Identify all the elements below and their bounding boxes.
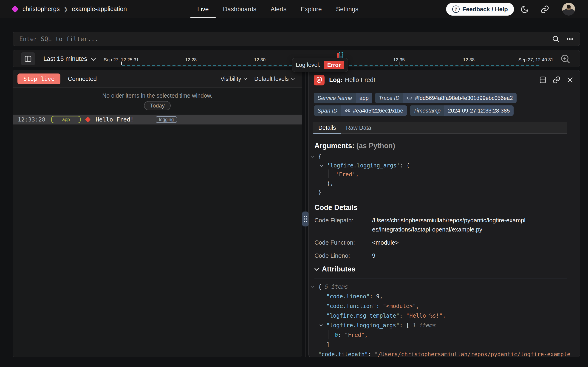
service-tag[interactable]: app [51, 116, 81, 123]
code-filepath-value: /Users/christophersamiullah/repos/pydant… [372, 216, 528, 234]
live-view-header: Stop live Connected Visibility Default l… [13, 70, 302, 88]
nav-tab-alerts[interactable]: Alerts [264, 0, 294, 18]
feedback-help-label: Feedback / Help [462, 6, 508, 13]
arguments-heading: Arguments: (as Python) [315, 142, 395, 150]
tooltip-label: Log level: [296, 62, 320, 68]
tooltip-error-badge: Error [324, 61, 345, 69]
close-icon[interactable] [566, 76, 574, 83]
chevron-down-icon [243, 76, 247, 80]
attributes-json-tree[interactable]: { 5 items"code.lineno": 9,"code.function… [315, 282, 579, 357]
code-function-row: Code Function: <module> [315, 238, 576, 247]
code-line: 0: "Fred", [315, 330, 579, 340]
collapse-chevron-icon[interactable] [311, 284, 315, 288]
code-line: "logfire.msg_template": "Hello %s!", [315, 311, 579, 321]
detail-tab-raw-data[interactable]: Raw Data [341, 122, 376, 133]
nav-tab-settings[interactable]: Settings [329, 0, 366, 18]
metadata-badges: Service Name app Trace ID #fdd5694a8fa98… [314, 93, 569, 116]
service-name-badge: Service Name app [314, 93, 372, 103]
today-button[interactable]: Today [144, 101, 171, 110]
detail-actions [539, 70, 574, 90]
code-lineno-value: 9 [372, 251, 528, 260]
detail-title-text: Hello Fred! [345, 76, 375, 83]
code-lineno-label: Code Lineno: [315, 251, 372, 260]
code-line: "code.function": "<module>", [315, 301, 579, 311]
log-row-message: Hello Fred! [96, 116, 134, 123]
code-filepath-label: Code Filepath: [315, 216, 372, 234]
code-details-heading: Code Details [315, 203, 358, 212]
code-function-value: <module> [372, 238, 528, 247]
code-line: { 5 items [315, 282, 579, 292]
code-line: ] [315, 340, 579, 350]
collapse-chevron-icon[interactable] [311, 154, 315, 158]
detail-tab-details[interactable]: Details [313, 122, 341, 133]
badge-value: #fdd5694a8fa98eb4e301d99ebc056ea2 [403, 93, 517, 103]
visibility-dropdown[interactable]: Visibility [221, 75, 246, 82]
log-detail-panel: Log:Hello Fred! Service Name app Tra [308, 70, 580, 357]
logfire-app: christophergs ❯ example-application Live… [0, 0, 588, 367]
visibility-label: Visibility [221, 75, 241, 82]
code-line: 'logfire.logging_args': ( [315, 161, 410, 170]
copy-link-icon[interactable] [553, 76, 560, 84]
code-line: "logfire.logging_args": [ 1 items [315, 321, 579, 330]
feedback-help-button[interactable]: ? Feedback / Help [446, 3, 514, 16]
nav-tab-live[interactable]: Live [190, 0, 216, 18]
badge-label: Trace ID [375, 93, 403, 103]
attributes-section-toggle[interactable]: Attributes [315, 265, 355, 273]
empty-window-message: No older items in the selected time wind… [13, 92, 302, 99]
timeline-tick [191, 62, 191, 65]
logfire-logo-icon[interactable] [11, 5, 19, 13]
breadcrumb-org[interactable]: christophergs [23, 6, 60, 13]
dark-mode-moon-icon[interactable] [520, 5, 529, 14]
split-view-icon[interactable] [539, 76, 547, 84]
code-line: 'Fred', [315, 170, 410, 179]
default-levels-label: Default levels [254, 75, 289, 82]
code-filepath-row: Code Filepath: /Users/christophersamiull… [315, 216, 576, 234]
trace-id-badge[interactable]: Trace ID #fdd5694a8fa98eb4e301d99ebc056e… [375, 93, 517, 103]
top-nav: christophergs ❯ example-application Live… [0, 0, 588, 18]
span-id-badge[interactable]: Span ID #ea4d5f226ec151be [314, 105, 407, 116]
splitter-drag-handle[interactable] [302, 211, 308, 226]
collapse-chevron-icon[interactable] [320, 323, 323, 326]
divider [315, 279, 567, 279]
sql-filter-bar [13, 32, 580, 46]
detail-title-prefix: Log: [329, 76, 342, 83]
code-line: } [315, 188, 410, 197]
trace-link-icon [407, 95, 413, 101]
code-function-label: Code Function: [315, 238, 372, 247]
code-line: { [315, 152, 410, 161]
arguments-python-tree[interactable]: {'logfire.logging_args': ('Fred',),} [315, 152, 410, 197]
main-nav: LiveDashboardsAlertsExploreSettings [190, 0, 365, 18]
log-row-time: 12:33:28 [18, 116, 45, 123]
scope-tag[interactable]: logging [156, 116, 177, 123]
log-row[interactable]: 12:33:28 app Hello Fred! logging [13, 115, 302, 125]
sql-filter-input[interactable] [13, 36, 552, 42]
timeline-tick [469, 62, 469, 65]
timeline-tick [121, 62, 122, 65]
timestamp-badge: Timestamp 2024-09-27 12:33:28.385 [410, 105, 513, 116]
question-circle-icon: ? [452, 6, 460, 13]
default-levels-dropdown[interactable]: Default levels [254, 75, 294, 82]
code-details-rows: Code Filepath: /Users/christophersamiull… [315, 216, 576, 264]
nav-tab-explore[interactable]: Explore [294, 0, 329, 18]
search-icon[interactable] [552, 35, 560, 43]
error-shield-icon [314, 75, 324, 85]
nav-tab-dashboards[interactable]: Dashboards [216, 0, 264, 18]
more-options-ellipsis-icon[interactable] [566, 35, 574, 43]
badge-value: #ea4d5f226ec151be [341, 105, 407, 116]
code-line: "code.filepath": "/Users/christophersami… [315, 350, 579, 357]
chevron-down-icon [315, 266, 319, 271]
user-avatar[interactable] [562, 3, 575, 16]
zoom-in-icon[interactable] [560, 53, 571, 65]
share-link-icon[interactable] [540, 5, 549, 14]
detail-title: Log:Hello Fred! [329, 76, 375, 83]
timeline-tick [260, 62, 260, 65]
live-view-panel: Stop live Connected Visibility Default l… [13, 70, 302, 357]
breadcrumb-project[interactable]: example-application [72, 6, 127, 13]
log-level-tooltip: Log level: Error [292, 58, 348, 72]
code-line: ), [315, 179, 410, 188]
stop-live-button[interactable]: Stop live [17, 74, 60, 84]
timeline-tick [399, 62, 399, 65]
breadcrumb: christophergs ❯ example-application [23, 6, 127, 13]
collapse-chevron-icon[interactable] [320, 163, 323, 167]
badge-label: Span ID [314, 105, 341, 116]
